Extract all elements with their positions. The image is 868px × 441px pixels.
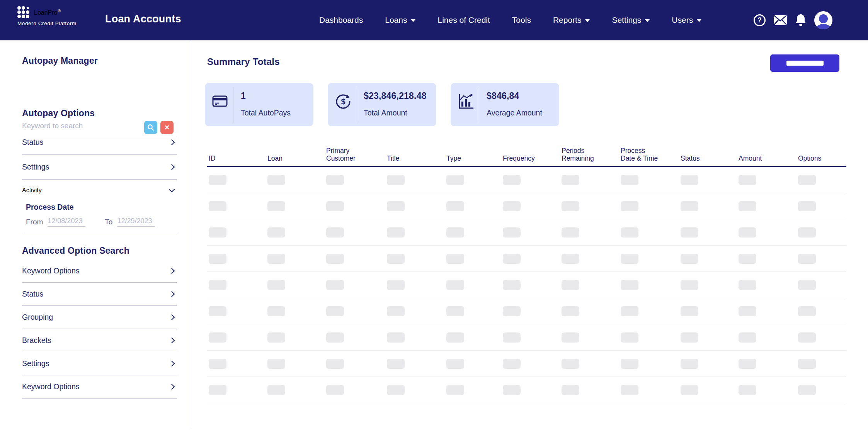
skeleton-cell bbox=[501, 272, 560, 298]
mail-icon[interactable] bbox=[773, 15, 787, 25]
skeleton-cell bbox=[501, 167, 560, 193]
to-date-input[interactable] bbox=[117, 217, 155, 227]
skeleton-pill bbox=[621, 332, 638, 343]
skeleton-pill bbox=[326, 254, 344, 264]
nav-item-settings[interactable]: Settings bbox=[612, 15, 650, 25]
advanced-row-keyword-options[interactable]: Keyword Options bbox=[22, 260, 177, 283]
skeleton-pill bbox=[739, 227, 756, 237]
skeleton-pill bbox=[798, 175, 816, 185]
credit-card-icon bbox=[212, 93, 228, 109]
advanced-row-brackets[interactable]: Brackets bbox=[22, 329, 177, 352]
nav-item-dashboards[interactable]: Dashboards bbox=[319, 15, 363, 25]
summary-cards: 1 Total AutoPays $ $23,846,218.48 Total … bbox=[205, 83, 559, 126]
option-row-activity[interactable]: Activity bbox=[22, 180, 177, 201]
avatar-head bbox=[819, 14, 828, 23]
skeleton-pill bbox=[503, 332, 521, 343]
loanpro-logo[interactable]: LoanPro® Modern Credit Platform bbox=[17, 6, 106, 26]
skeleton-pill bbox=[209, 201, 226, 211]
skeleton-cell bbox=[737, 272, 797, 298]
nav-item-reports[interactable]: Reports bbox=[553, 15, 590, 25]
user-avatar[interactable] bbox=[814, 11, 832, 29]
nav-item-tools[interactable]: Tools bbox=[512, 15, 531, 25]
advanced-row-status[interactable]: Status bbox=[22, 283, 177, 306]
skeleton-pill bbox=[681, 332, 698, 343]
advanced-option-search-title: Advanced Option Search bbox=[22, 246, 177, 256]
skeleton-pill bbox=[621, 385, 638, 395]
skeleton-pill bbox=[798, 385, 816, 395]
column-header-status: Status bbox=[679, 137, 737, 166]
skeleton-cell bbox=[266, 272, 325, 298]
autopay-options-title: Autopay Options bbox=[22, 108, 177, 119]
skeleton-cell bbox=[501, 377, 560, 403]
nav-menu: Dashboards Loans Lines of Credit Tools R… bbox=[319, 0, 701, 40]
skeleton-cell bbox=[797, 377, 846, 403]
skeleton-cell bbox=[385, 246, 445, 271]
skeleton-pill bbox=[446, 175, 464, 185]
caret-down-icon bbox=[585, 19, 590, 22]
column-header-options: Options bbox=[797, 137, 846, 166]
skeleton-cell bbox=[619, 351, 679, 377]
advanced-row-settings[interactable]: Settings bbox=[22, 352, 177, 375]
top-navbar: LoanPro® Modern Credit Platform Loan Acc… bbox=[0, 0, 868, 41]
skeleton-cell bbox=[325, 193, 385, 219]
skeleton-pill bbox=[387, 280, 405, 290]
nav-item-lines-of-credit[interactable]: Lines of Credit bbox=[437, 15, 490, 25]
skeleton-pill bbox=[739, 175, 756, 185]
notifications-bell-icon[interactable] bbox=[795, 14, 807, 27]
skeleton-cell bbox=[385, 193, 445, 219]
skeleton-cell bbox=[501, 193, 560, 219]
table-header: ID Loan Primary Customer Title Type Freq… bbox=[207, 137, 846, 167]
chevron-right-icon bbox=[169, 164, 175, 170]
advanced-row-grouping[interactable]: Grouping bbox=[22, 306, 177, 329]
masked-button-label bbox=[786, 61, 824, 66]
skeleton-cell bbox=[737, 219, 797, 245]
card-value: 1 bbox=[241, 91, 246, 101]
chevron-right-icon bbox=[169, 384, 175, 390]
logo-name: LoanPro® bbox=[34, 9, 61, 16]
skeleton-pill bbox=[267, 227, 285, 237]
skeleton-pill bbox=[562, 201, 579, 211]
skeleton-pill bbox=[387, 385, 405, 395]
skeleton-pill bbox=[446, 254, 464, 264]
skeleton-pill bbox=[387, 254, 405, 264]
skeleton-cell bbox=[797, 298, 846, 324]
skeleton-cell bbox=[679, 193, 737, 219]
keyword-search-input[interactable] bbox=[22, 122, 138, 130]
skeleton-cell bbox=[560, 351, 619, 377]
skeleton-cell bbox=[679, 272, 737, 298]
card-divider bbox=[233, 87, 233, 122]
skeleton-cell bbox=[325, 246, 385, 271]
help-icon[interactable]: ? bbox=[754, 14, 766, 26]
skeleton-pill bbox=[446, 385, 464, 395]
skeleton-pill bbox=[267, 201, 285, 211]
column-header-frequency: Frequency bbox=[501, 137, 560, 166]
advanced-row-keyword-options-2[interactable]: Keyword Options bbox=[22, 375, 177, 399]
skeleton-pill bbox=[209, 254, 226, 264]
skeleton-pill bbox=[562, 175, 579, 185]
skeleton-pill bbox=[503, 254, 521, 264]
caret-down-icon bbox=[697, 19, 701, 22]
skeleton-cell bbox=[385, 377, 445, 403]
nav-icon-group: ? bbox=[754, 0, 832, 40]
option-row-status[interactable]: Status bbox=[22, 130, 177, 155]
nav-item-loans[interactable]: Loans bbox=[385, 15, 415, 25]
skeleton-pill bbox=[621, 201, 638, 211]
skeleton-pill bbox=[681, 175, 698, 185]
skeleton-pill bbox=[798, 280, 816, 290]
skeleton-pill bbox=[387, 359, 405, 369]
advanced-options-list: Keyword Options Status Grouping Brackets… bbox=[22, 260, 177, 399]
skeleton-pill bbox=[267, 332, 285, 343]
option-row-settings[interactable]: Settings bbox=[22, 155, 177, 180]
to-label: To bbox=[105, 218, 112, 226]
column-header-title: Title bbox=[385, 137, 445, 166]
option-group-activity: Activity Process Date From To bbox=[22, 180, 177, 233]
skeleton-pill bbox=[798, 227, 816, 237]
skeleton-pill bbox=[267, 359, 285, 369]
primary-action-button[interactable] bbox=[770, 54, 839, 72]
skeleton-pill bbox=[739, 254, 756, 264]
from-date-input[interactable] bbox=[48, 217, 85, 227]
skeleton-pill bbox=[387, 306, 405, 316]
nav-item-users[interactable]: Users bbox=[672, 15, 701, 25]
skeleton-cell bbox=[445, 324, 501, 350]
skeleton-cell bbox=[385, 351, 445, 377]
